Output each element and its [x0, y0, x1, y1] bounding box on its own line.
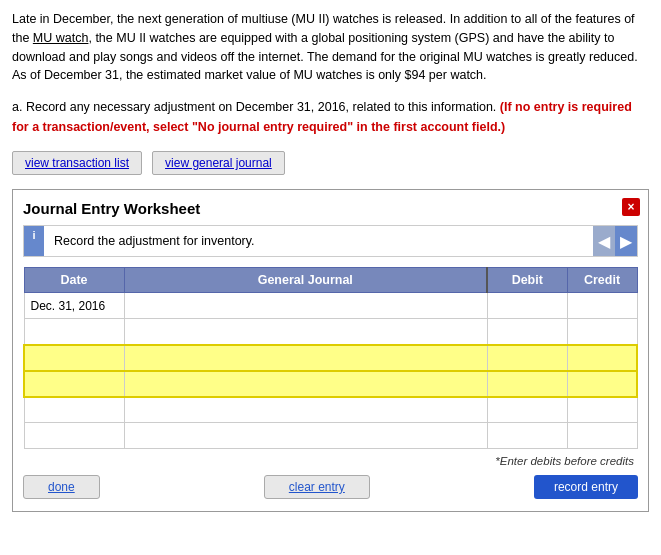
question-text: Record any necessary adjustment on Decem… — [26, 100, 500, 114]
debit-input-6[interactable] — [488, 423, 567, 448]
credit-cell-6[interactable] — [567, 423, 637, 449]
debit-input-3[interactable] — [488, 346, 567, 370]
bottom-buttons: done clear entry record entry — [23, 475, 638, 499]
instruction-box: i Record the adjustment for inventory. ◀… — [23, 225, 638, 257]
credit-input-1[interactable] — [568, 293, 637, 318]
journal-entry-worksheet: Journal Entry Worksheet × i Record the a… — [12, 189, 649, 512]
journal-input-2[interactable] — [125, 319, 487, 344]
record-entry-button[interactable]: record entry — [534, 475, 638, 499]
debit-input-5[interactable] — [488, 398, 567, 423]
debit-input-2[interactable] — [488, 319, 567, 344]
credit-input-2[interactable] — [568, 319, 637, 344]
table-row — [24, 319, 637, 345]
credit-input-5[interactable] — [568, 398, 637, 423]
credit-input-6[interactable] — [568, 423, 637, 448]
view-transaction-button[interactable]: view transaction list — [12, 151, 142, 175]
journal-table: Date General Journal Debit Credit Dec. 3… — [23, 267, 638, 449]
date-cell-5 — [24, 397, 124, 423]
credit-cell-5[interactable] — [567, 397, 637, 423]
debit-cell-4[interactable] — [487, 371, 567, 397]
debit-cell-1[interactable] — [487, 293, 567, 319]
journal-cell-2[interactable] — [124, 319, 487, 345]
journal-input-4[interactable] — [125, 372, 487, 396]
date-cell-6 — [24, 423, 124, 449]
header-debit: Debit — [487, 268, 567, 293]
table-row — [24, 397, 637, 423]
journal-input-3[interactable] — [125, 346, 487, 370]
table-row — [24, 423, 637, 449]
journal-cell-4[interactable] — [124, 371, 487, 397]
credit-cell-2[interactable] — [567, 319, 637, 345]
table-row — [24, 371, 637, 397]
credit-input-3[interactable] — [568, 346, 637, 370]
mu-watch-link[interactable]: MU watch — [33, 31, 89, 45]
debit-cell-6[interactable] — [487, 423, 567, 449]
credit-cell-1[interactable] — [567, 293, 637, 319]
header-date: Date — [24, 268, 124, 293]
clear-entry-button[interactable]: clear entry — [264, 475, 370, 499]
debit-input-4[interactable] — [488, 372, 567, 396]
journal-cell-5[interactable] — [124, 397, 487, 423]
credit-input-4[interactable] — [568, 372, 637, 396]
date-cell-3 — [24, 345, 124, 371]
close-button[interactable]: × — [622, 198, 640, 216]
date-cell-2 — [24, 319, 124, 345]
debit-cell-5[interactable] — [487, 397, 567, 423]
debit-cell-2[interactable] — [487, 319, 567, 345]
next-arrow-button[interactable]: ▶ — [615, 226, 637, 256]
credit-cell-3[interactable] — [567, 345, 637, 371]
action-buttons: view transaction list view general journ… — [12, 151, 649, 175]
table-row: Dec. 31, 2016 — [24, 293, 637, 319]
header-credit: Credit — [567, 268, 637, 293]
journal-cell-6[interactable] — [124, 423, 487, 449]
view-journal-button[interactable]: view general journal — [152, 151, 285, 175]
instruction-text: Record the adjustment for inventory. — [44, 226, 593, 256]
debit-input-1[interactable] — [488, 293, 567, 318]
date-cell-1: Dec. 31, 2016 — [24, 293, 124, 319]
date-cell-4 — [24, 371, 124, 397]
journal-input-1[interactable] — [125, 293, 487, 318]
journal-cell-1[interactable] — [124, 293, 487, 319]
info-badge: i — [24, 226, 44, 256]
question-block: a. Record any necessary adjustment on De… — [12, 97, 649, 137]
worksheet-title: Journal Entry Worksheet — [23, 200, 638, 217]
credit-cell-4[interactable] — [567, 371, 637, 397]
prev-arrow-button[interactable]: ◀ — [593, 226, 615, 256]
journal-input-5[interactable] — [125, 398, 487, 423]
header-journal: General Journal — [124, 268, 487, 293]
intro-paragraph: Late in December, the next generation of… — [12, 10, 649, 85]
journal-input-6[interactable] — [125, 423, 487, 448]
table-row — [24, 345, 637, 371]
done-button[interactable]: done — [23, 475, 100, 499]
journal-cell-3[interactable] — [124, 345, 487, 371]
debit-cell-3[interactable] — [487, 345, 567, 371]
question-label: a. — [12, 100, 22, 114]
debit-credit-note: *Enter debits before credits — [23, 455, 638, 467]
